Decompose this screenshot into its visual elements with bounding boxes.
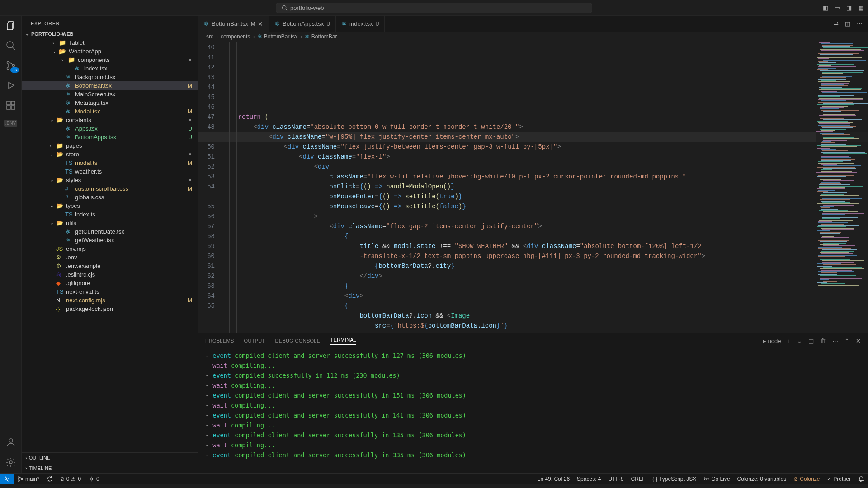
extensions-icon[interactable]	[5, 100, 16, 111]
close-panel-icon[interactable]: ✕	[856, 338, 861, 344]
layout-customize-icon[interactable]: ▦	[858, 5, 863, 11]
eol[interactable]: CRLF	[627, 476, 648, 482]
editor-tab[interactable]: ⚛index.tsxU	[336, 16, 385, 32]
tree-item[interactable]: #custom-scrollbar.cssM	[22, 184, 198, 193]
indentation[interactable]: Spaces: 4	[573, 476, 604, 482]
tree-item[interactable]: ⚛BottomApps.tsxU	[22, 133, 198, 141]
editor-tab[interactable]: ⚛BottomApps.tsxU	[269, 16, 336, 32]
tree-item[interactable]: ⚛Modal.tsxM	[22, 107, 198, 116]
layout-panel-icon[interactable]: ▭	[835, 5, 840, 11]
explorer-icon[interactable]	[5, 20, 16, 31]
tree-item[interactable]: Nnext.config.mjsM	[22, 296, 198, 305]
command-center-search[interactable]: portfolio-web	[276, 3, 592, 13]
git-branch[interactable]: main*	[14, 476, 43, 482]
prettier-status[interactable]: ✓ Prettier	[823, 476, 854, 482]
encoding[interactable]: UTF-8	[604, 476, 627, 482]
svg-point-13	[18, 476, 20, 478]
tree-item[interactable]: ⚛getCurrentDate.tsx	[22, 227, 198, 236]
panel-tab-debug[interactable]: DEBUG CONSOLE	[275, 338, 321, 343]
compare-icon[interactable]: ⇄	[834, 20, 839, 27]
status-bar: main* ⊘0 ⚠0 0 Ln 49, Col 26 Spaces: 4 UT…	[0, 473, 868, 484]
sync-changes[interactable]	[43, 476, 57, 482]
more-icon[interactable]: ⋯	[857, 20, 863, 27]
tree-item[interactable]: ›📁components	[22, 56, 198, 64]
terminal-dropdown-icon[interactable]: ⌄	[797, 338, 802, 344]
panel-tab-problems[interactable]: PROBLEMS	[205, 338, 234, 343]
tree-item[interactable]: ⚛index.tsx	[22, 64, 198, 73]
timeline-section[interactable]: › TIMELINE	[22, 463, 198, 473]
kill-terminal-icon[interactable]: 🗑	[820, 338, 826, 344]
notifications-icon[interactable]	[854, 476, 868, 482]
tree-item[interactable]: ›📁Tablet	[22, 38, 198, 47]
terminal-more-icon[interactable]: ⋯	[832, 338, 838, 344]
remote-indicator[interactable]	[0, 474, 14, 484]
tree-item[interactable]: #globals.css	[22, 193, 198, 202]
split-editor-icon[interactable]: ◫	[845, 20, 850, 27]
go-live[interactable]: Go Live	[700, 476, 733, 482]
accounts-icon[interactable]	[5, 437, 16, 448]
tree-item[interactable]: ⚛MainScreen.tsx	[22, 90, 198, 99]
maximize-panel-icon[interactable]: ⌃	[844, 338, 849, 344]
new-terminal-icon[interactable]: +	[787, 338, 791, 344]
file-tree[interactable]: ›📁Tablet⌄📂WeatherApp›📁components⚛index.t…	[22, 38, 198, 452]
run-debug-icon[interactable]	[5, 80, 16, 91]
tree-item[interactable]: ◎.eslintrc.cjs	[22, 270, 198, 279]
tree-item[interactable]: ⚛Apps.tsxU	[22, 124, 198, 133]
language-mode[interactable]: { } TypeScript JSX	[649, 476, 700, 482]
chevron-right-icon: ›	[25, 465, 27, 471]
port-status[interactable]: 0	[85, 476, 103, 482]
tree-item[interactable]: ⚙.env	[22, 253, 198, 262]
tree-item[interactable]: ⌄📂WeatherApp	[22, 47, 198, 56]
chevron-right-icon: ›	[25, 455, 27, 460]
source-control-icon[interactable]: 36	[5, 60, 16, 71]
tree-item[interactable]: ⚛Metatags.tsx	[22, 99, 198, 107]
project-name: PORTFOLIO-WEB	[31, 31, 74, 37]
tree-item[interactable]: TSweather.ts	[22, 167, 198, 176]
tree-item[interactable]: ›📁pages	[22, 141, 198, 150]
code-editor[interactable]: 404142434445464748495051525354 555657585…	[198, 42, 868, 333]
tree-item[interactable]: ⚙.env.example	[22, 262, 198, 270]
tree-item[interactable]: TSindex.ts	[22, 210, 198, 219]
tree-item[interactable]: ◆.gitignore	[22, 279, 198, 287]
project-folder-header[interactable]: ⌄ PORTFOLIO-WEB	[22, 29, 198, 38]
layout-sidebar-right-icon[interactable]: ◨	[846, 5, 852, 11]
tree-item[interactable]: ⚛getWeather.tsx	[22, 236, 198, 244]
tree-item[interactable]: ⌄📂styles	[22, 176, 198, 184]
editor-tab[interactable]: ⚛BottomBar.tsxM✕	[198, 16, 269, 32]
layout-sidebar-left-icon[interactable]: ◧	[823, 5, 828, 11]
cursor-position[interactable]: Ln 49, Col 26	[534, 476, 573, 482]
close-tab-icon[interactable]: ✕	[258, 20, 263, 28]
breadcrumb[interactable]: src›components›⚛ BottomBar.tsx›⚛ BottomB…	[198, 32, 868, 42]
svg-point-17	[706, 478, 707, 479]
outline-section[interactable]: › OUTLINE	[22, 452, 198, 463]
tree-item[interactable]: ⚛BottomBar.tsxM	[22, 81, 198, 90]
panel-tab-output[interactable]: OUTPUT	[244, 338, 265, 343]
explorer-title: EXPLORER	[31, 21, 60, 26]
settings-gear-icon[interactable]	[5, 457, 16, 468]
colorize-vars[interactable]: Colorize: 0 variables	[734, 476, 790, 482]
search-text: portfolio-web	[290, 5, 324, 11]
problems-status[interactable]: ⊘0 ⚠0	[57, 476, 85, 482]
dotenv-icon[interactable]: .ENV	[4, 120, 17, 127]
terminal-shell-label[interactable]: ▸ node	[763, 338, 781, 344]
tree-item[interactable]: ⌄📂constants	[22, 116, 198, 124]
tree-item[interactable]: TSnext-env.d.ts	[22, 287, 198, 296]
split-terminal-icon[interactable]: ◫	[808, 338, 814, 344]
minimap[interactable]	[816, 42, 868, 333]
activity-bar: 36 .ENV	[0, 16, 22, 473]
explorer-more-icon[interactable]: ⋯	[184, 20, 189, 26]
code-content[interactable]: return ( <div className="absolute bottom…	[223, 42, 868, 333]
tree-item[interactable]: TSmodal.tsM	[22, 159, 198, 167]
terminal-output[interactable]: - event compiled client and server succe…	[198, 348, 868, 473]
svg-rect-9	[7, 106, 10, 109]
tree-item[interactable]: {}package-lock.json	[22, 305, 198, 313]
colorize-toggle[interactable]: ⊘ Colorize	[790, 476, 823, 482]
svg-rect-7	[7, 101, 10, 105]
tree-item[interactable]: JSenv.mjs	[22, 244, 198, 253]
tree-item[interactable]: ⌄📂types	[22, 202, 198, 210]
search-icon[interactable]	[5, 40, 16, 51]
tree-item[interactable]: ⚛Background.tsx	[22, 73, 198, 81]
tree-item[interactable]: ⌄📂store	[22, 150, 198, 159]
panel-tab-terminal[interactable]: TERMINAL	[330, 337, 356, 345]
tree-item[interactable]: ⌄📂utils	[22, 219, 198, 227]
